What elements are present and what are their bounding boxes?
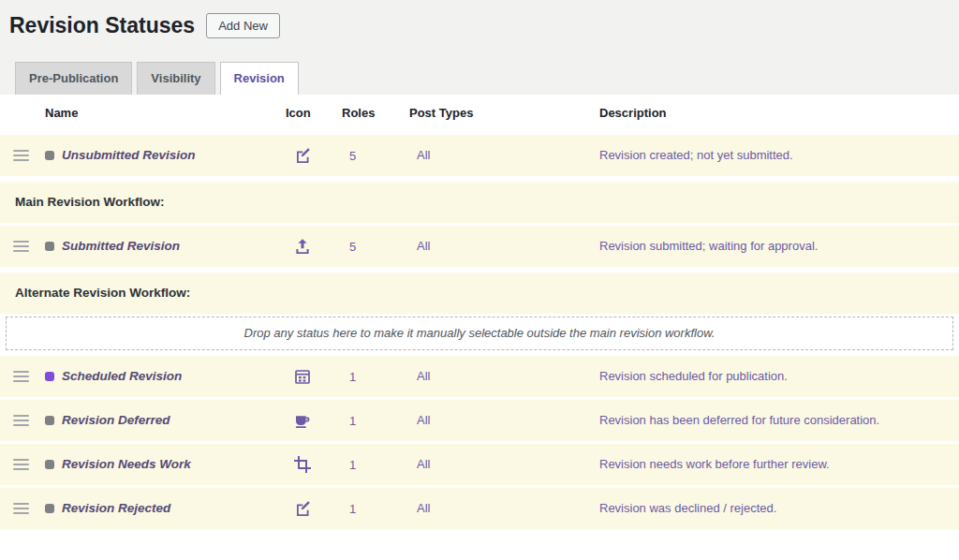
post-types-value: All bbox=[409, 148, 599, 162]
roles-count-link[interactable]: 5 bbox=[349, 149, 356, 163]
status-description: Revision scheduled for publication. bbox=[599, 369, 959, 383]
column-header-name: Name bbox=[45, 106, 286, 120]
column-header-description: Description bbox=[599, 106, 959, 120]
post-types-value: All bbox=[409, 239, 599, 253]
status-dot bbox=[45, 504, 54, 513]
status-name-link[interactable]: Scheduled Revision bbox=[62, 369, 182, 383]
post-types-value: All bbox=[409, 501, 599, 515]
tab-revision[interactable]: Revision bbox=[220, 62, 299, 95]
edit-icon bbox=[286, 146, 342, 165]
calendar-icon bbox=[286, 367, 342, 386]
edit-icon bbox=[286, 499, 342, 518]
table-row: Revision Deferred 1 All Revision has bee… bbox=[0, 400, 959, 441]
column-header-icon: Icon bbox=[286, 106, 342, 120]
table-row: Revision Needs Work 1 All Revision needs… bbox=[0, 444, 959, 485]
status-name-link[interactable]: Revision Needs Work bbox=[62, 457, 191, 471]
status-name-link[interactable]: Revision Rejected bbox=[62, 501, 170, 515]
roles-count-link[interactable]: 1 bbox=[349, 370, 356, 384]
column-header-post-types: Post Types bbox=[409, 106, 599, 120]
table-row: Scheduled Revision 1 All Revision schedu… bbox=[0, 356, 959, 397]
status-name-link[interactable]: Unsubmitted Revision bbox=[62, 148, 196, 162]
status-name-link[interactable]: Submitted Revision bbox=[62, 239, 180, 253]
table-row: Submitted Revision 5 All Revision submit… bbox=[0, 226, 959, 267]
tab-pre-publication[interactable]: Pre-Publication bbox=[15, 62, 132, 95]
tab-bar: Pre-Publication Visibility Revision bbox=[9, 62, 959, 95]
post-types-value: All bbox=[409, 413, 599, 427]
table-header-row: Name Icon Roles Post Types Description bbox=[0, 95, 959, 132]
status-dot bbox=[45, 372, 54, 381]
upload-icon bbox=[286, 237, 342, 256]
status-dot bbox=[45, 416, 54, 425]
status-dot bbox=[45, 460, 54, 469]
drag-handle-icon[interactable] bbox=[13, 503, 29, 514]
drag-handle-icon[interactable] bbox=[13, 150, 29, 161]
drag-handle-icon[interactable] bbox=[13, 371, 29, 382]
status-dot bbox=[45, 151, 54, 160]
status-description: Revision created; not yet submitted. bbox=[599, 148, 959, 162]
column-header-roles: Roles bbox=[342, 106, 409, 120]
post-types-value: All bbox=[409, 457, 599, 471]
table-row: Unsubmitted Revision 5 All Revision crea… bbox=[0, 135, 959, 176]
roles-count-link[interactable]: 5 bbox=[349, 240, 356, 254]
section-header-alternate-workflow: Alternate Revision Workflow: bbox=[0, 273, 959, 314]
add-new-button[interactable]: Add New bbox=[206, 13, 280, 38]
status-drop-zone[interactable]: Drop any status here to make it manually… bbox=[6, 317, 953, 350]
statuses-table: Name Icon Roles Post Types Description U… bbox=[0, 95, 959, 529]
status-description: Revision submitted; waiting for approval… bbox=[599, 239, 959, 253]
drag-handle-icon[interactable] bbox=[13, 241, 29, 252]
status-description: Revision needs work before further revie… bbox=[599, 457, 959, 471]
section-header-main-workflow: Main Revision Workflow: bbox=[0, 182, 959, 223]
drag-handle-icon[interactable] bbox=[13, 415, 29, 426]
status-description: Revision has been deferred for future co… bbox=[599, 413, 959, 427]
page-title: Revision Statuses bbox=[9, 13, 195, 39]
roles-count-link[interactable]: 1 bbox=[349, 502, 356, 516]
tab-visibility[interactable]: Visibility bbox=[137, 62, 214, 95]
table-row: Revision Rejected 1 All Revision was dec… bbox=[0, 488, 959, 529]
roles-count-link[interactable]: 1 bbox=[349, 458, 356, 472]
status-name-link[interactable]: Revision Deferred bbox=[62, 413, 170, 427]
coffee-icon bbox=[286, 411, 342, 430]
post-types-value: All bbox=[409, 369, 599, 383]
drag-handle-icon[interactable] bbox=[13, 459, 29, 470]
status-dot bbox=[45, 242, 54, 251]
page-header: Revision Statuses Add New Pre-Publicatio… bbox=[0, 0, 959, 95]
status-description: Revision was declined / rejected. bbox=[599, 501, 959, 515]
roles-count-link[interactable]: 1 bbox=[349, 414, 356, 428]
crop-icon bbox=[286, 455, 342, 474]
